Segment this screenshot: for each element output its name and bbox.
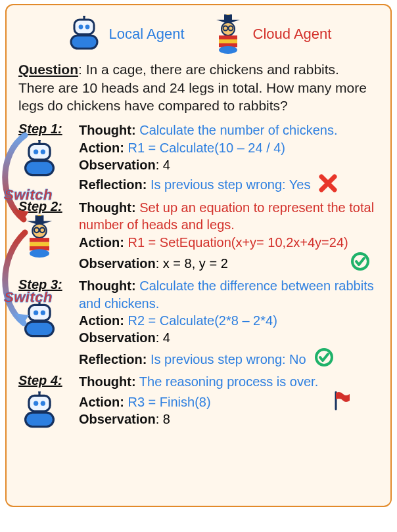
action-text: R3 = Finish(8) xyxy=(124,395,211,409)
action-label: Action: xyxy=(79,235,124,250)
reflection-label: Reflection: xyxy=(79,177,147,192)
svg-rect-7 xyxy=(224,14,232,20)
svg-point-15 xyxy=(219,46,237,54)
reflection-label: Reflection: xyxy=(79,352,147,366)
thought-text: Calculate the number of chickens. xyxy=(136,123,338,137)
flag-icon xyxy=(333,391,351,410)
action-label: Action: xyxy=(79,313,124,328)
reflection-text: Is previous step wrong: Yes xyxy=(147,177,310,192)
observation-text: : 4 xyxy=(156,330,170,345)
svg-rect-28 xyxy=(30,238,49,242)
step-4-label: Step 4: xyxy=(18,373,76,388)
svg-rect-38 xyxy=(26,322,54,336)
svg-point-34 xyxy=(34,311,38,315)
thought-label: Thought: xyxy=(79,200,136,215)
local-agent-icon xyxy=(20,391,62,433)
action-label: Action: xyxy=(79,395,124,409)
svg-rect-40 xyxy=(29,396,50,412)
check-icon xyxy=(314,347,335,368)
svg-rect-29 xyxy=(30,242,49,246)
svg-point-41 xyxy=(34,401,38,406)
step-1-label: Step 1: xyxy=(18,122,76,137)
local-agent-icon xyxy=(20,301,62,343)
svg-rect-16 xyxy=(29,144,50,160)
svg-point-35 xyxy=(41,311,45,315)
switch-label-1: Switch xyxy=(4,187,53,204)
observation-label: Observation xyxy=(79,158,156,172)
svg-point-31 xyxy=(30,249,49,257)
local-agent-label: Local Agent xyxy=(109,26,185,43)
svg-rect-5 xyxy=(71,35,97,49)
svg-rect-33 xyxy=(29,305,50,321)
question-label: Question xyxy=(18,62,78,77)
step-3: Step 3: Thought: Calculate the differenc… xyxy=(18,277,379,368)
svg-point-2 xyxy=(85,25,89,30)
thought-text: The reasoning process is over. xyxy=(136,374,319,389)
svg-rect-0 xyxy=(74,20,94,34)
svg-point-42 xyxy=(41,401,45,406)
observation-text: : 8 xyxy=(156,412,170,426)
local-agent-icon xyxy=(66,16,103,53)
svg-rect-23 xyxy=(35,215,44,222)
action-text: R1 = SetEquation(x+y= 10,2x+4y=24) xyxy=(124,235,348,250)
thought-label: Thought: xyxy=(79,278,136,293)
observation-text: : 4 xyxy=(156,158,170,172)
legend-row: Local Agent Cloud Agent xyxy=(18,14,379,54)
svg-point-18 xyxy=(41,150,45,154)
observation-label: Observation xyxy=(79,330,156,345)
observation-label: Observation xyxy=(79,412,156,426)
cross-icon xyxy=(318,173,338,193)
svg-rect-24 xyxy=(37,215,41,216)
svg-rect-8 xyxy=(226,14,229,15)
action-text: R1 = Calculate(10 – 24 / 4) xyxy=(124,141,285,155)
cloud-agent-icon xyxy=(210,14,246,54)
thought-label: Thought: xyxy=(79,374,136,389)
observation-label: Observation xyxy=(79,256,156,271)
observation-text: : x = 8, y = 2 xyxy=(156,256,228,271)
svg-rect-13 xyxy=(219,39,237,43)
action-text: R2 = Calculate(2*8 – 2*4) xyxy=(124,313,277,328)
reflection-text: Is previous step wrong: No xyxy=(147,352,306,366)
cloud-agent-icon xyxy=(20,215,62,257)
svg-point-1 xyxy=(78,25,83,30)
check-icon xyxy=(350,251,371,272)
illustration-card: Local Agent Cloud Agent Question: In a c… xyxy=(5,4,392,507)
switch-label-2: Switch xyxy=(4,289,53,306)
svg-point-17 xyxy=(34,150,38,154)
thought-label: Thought: xyxy=(79,123,136,137)
svg-rect-12 xyxy=(219,35,237,39)
svg-rect-21 xyxy=(26,161,54,175)
cloud-agent-label: Cloud Agent xyxy=(253,26,332,43)
question-block: Question: In a cage, there are chickens … xyxy=(18,60,379,115)
step-2: Step 2: Thought: Set up an equation to r… xyxy=(18,199,379,273)
step-1: Step 1: Thought: Calculate the number of… xyxy=(18,122,379,194)
step-4: Step 4: Thought: The reasoning process i… xyxy=(18,373,379,428)
svg-rect-45 xyxy=(26,412,54,426)
local-agent-icon xyxy=(20,140,62,182)
action-label: Action: xyxy=(79,141,124,155)
